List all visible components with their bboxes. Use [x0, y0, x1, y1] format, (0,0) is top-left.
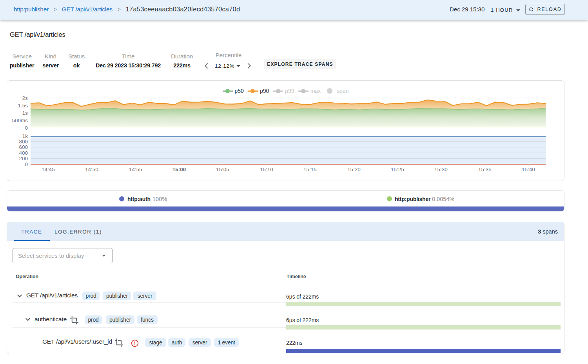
svg-text:500ms: 500ms	[12, 118, 28, 123]
svg-text:200: 200	[19, 156, 28, 161]
svg-text:15:15: 15:15	[303, 167, 317, 172]
svg-text:15:05: 15:05	[216, 167, 229, 172]
svg-text:1s: 1s	[22, 110, 28, 116]
svg-text:15:40: 15:40	[522, 167, 535, 172]
svg-text:14:45: 14:45	[42, 167, 55, 172]
svg-text:600: 600	[19, 144, 28, 150]
svg-text:15:25: 15:25	[391, 167, 404, 172]
svg-text:15:35: 15:35	[478, 167, 492, 172]
svg-text:14:50: 14:50	[85, 167, 98, 172]
svg-text:15:00: 15:00	[172, 167, 186, 172]
svg-text:2s: 2s	[22, 95, 28, 101]
svg-text:15:20: 15:20	[347, 167, 361, 172]
svg-text:14:55: 14:55	[129, 167, 142, 172]
svg-text:1.5s: 1.5s	[18, 103, 28, 109]
svg-text:0: 0	[25, 161, 28, 167]
svg-text:800: 800	[19, 139, 28, 145]
svg-text:400: 400	[19, 150, 28, 156]
svg-text:1k: 1k	[22, 133, 28, 139]
svg-text:15:30: 15:30	[434, 167, 448, 172]
svg-text:0: 0	[25, 125, 28, 131]
svg-text:15:10: 15:10	[260, 167, 273, 172]
